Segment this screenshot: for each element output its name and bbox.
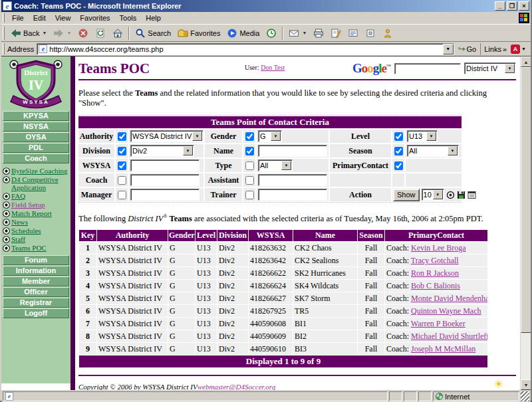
toolbar-discuss-button[interactable] bbox=[344, 25, 362, 41]
division-checkbox[interactable] bbox=[118, 147, 126, 155]
sidebar-item-coach[interactable]: Coach bbox=[3, 153, 69, 163]
resize-grip[interactable] bbox=[521, 391, 529, 401]
toolbar-grip[interactable] bbox=[3, 43, 5, 54]
close-button[interactable]: × bbox=[519, 1, 529, 11]
contact-link[interactable]: Monte David Mendenhall bbox=[411, 294, 487, 303]
contact-link[interactable]: Quinton Wayne Mach bbox=[411, 306, 481, 316]
user-link[interactable]: Don Test bbox=[261, 64, 285, 71]
toolbar-print-button[interactable] bbox=[310, 25, 327, 41]
scroll-down-icon[interactable]: ▼ bbox=[521, 379, 531, 390]
links-menu[interactable]: Links » A ▼ bbox=[480, 43, 529, 55]
contact-link[interactable]: Warren P Boeker bbox=[411, 319, 466, 328]
toolbar-media-button[interactable]: Media bbox=[223, 25, 263, 41]
sidebar-item-member[interactable]: Member bbox=[3, 276, 69, 286]
gender-checkbox[interactable] bbox=[245, 132, 254, 141]
google-region-select[interactable]: District IV ▼ bbox=[464, 62, 516, 74]
contact-link[interactable]: Joseph M McMillan bbox=[411, 344, 475, 353]
type-select[interactable]: All▼ bbox=[258, 159, 293, 171]
name-input[interactable] bbox=[258, 145, 327, 157]
toolbar-grip[interactable] bbox=[3, 13, 5, 23]
sidebar-item-forum[interactable]: Forum bbox=[3, 255, 69, 265]
sidebar-link-schedules[interactable]: Schedules bbox=[11, 227, 41, 235]
authority-select[interactable]: WSYSA District IV▼ bbox=[130, 130, 203, 142]
page-size-select[interactable]: 10▼ bbox=[422, 189, 444, 201]
webmaster-link[interactable]: webmaster@D4Soccer.org bbox=[198, 383, 276, 390]
trainer-checkbox[interactable] bbox=[245, 191, 254, 199]
primarycontact-checkbox[interactable] bbox=[394, 161, 403, 170]
toolbar-search-button[interactable]: Search bbox=[132, 25, 174, 41]
radio-mode-icon[interactable] bbox=[446, 191, 455, 199]
sidebar-item-kpysa[interactable]: KPYSA bbox=[3, 111, 69, 121]
sidebar-item-information[interactable]: Information bbox=[3, 266, 69, 276]
menu-edit[interactable]: Edit bbox=[29, 13, 51, 23]
toolbar-history-button[interactable] bbox=[263, 25, 280, 41]
contact-link[interactable]: Bob C Balionis bbox=[411, 281, 460, 290]
address-input[interactable] bbox=[49, 45, 442, 54]
coach-checkbox[interactable] bbox=[118, 176, 126, 185]
assistant-input[interactable] bbox=[258, 174, 327, 186]
contact-link[interactable]: Ron R Jackson bbox=[411, 268, 459, 278]
sidebar-item-nsysa[interactable]: NSYSA bbox=[3, 122, 69, 132]
sidebar-link-d4-competitive-application[interactable]: D4 Competitive Application bbox=[11, 175, 70, 191]
manager-checkbox[interactable] bbox=[118, 191, 126, 199]
wsysa-checkbox[interactable] bbox=[118, 161, 126, 170]
sidebar-item-pdl[interactable]: PDL bbox=[3, 143, 69, 153]
scroll-up-icon[interactable]: ▲ bbox=[521, 56, 531, 67]
season-checkbox[interactable] bbox=[394, 147, 403, 155]
sidebar-link-teams-poc[interactable]: Teams POC bbox=[11, 244, 47, 252]
menu-favorites[interactable]: Favorites bbox=[75, 13, 114, 23]
toolbar-mail-button[interactable]: ▼ bbox=[285, 25, 310, 41]
address-dropdown-icon[interactable]: ▼ bbox=[443, 44, 454, 54]
name-checkbox[interactable] bbox=[245, 147, 254, 155]
vertical-scrollbar[interactable]: ▲ ▼ bbox=[520, 56, 531, 390]
authority-checkbox[interactable] bbox=[118, 132, 126, 141]
menu-view[interactable]: View bbox=[51, 13, 76, 23]
sidebar-link-news[interactable]: News bbox=[11, 218, 28, 226]
scrollbar-thumb[interactable] bbox=[521, 67, 531, 333]
division-select[interactable]: Div2▼ bbox=[130, 145, 194, 157]
menu-file[interactable]: File bbox=[7, 13, 29, 23]
list-view-icon[interactable] bbox=[467, 191, 476, 199]
toolbar-stop-button[interactable] bbox=[74, 25, 92, 41]
toolbar-back-button[interactable]: Back▼ bbox=[7, 25, 50, 41]
toolbar-edit-button[interactable] bbox=[327, 25, 344, 41]
toolbar-forward-button[interactable]: ▼ bbox=[50, 25, 74, 41]
maximize-button[interactable]: ❐ bbox=[507, 1, 517, 11]
go-button[interactable]: ↪ Go bbox=[454, 44, 481, 54]
season-select[interactable]: All▼ bbox=[407, 145, 459, 157]
show-button[interactable]: Show bbox=[393, 189, 420, 201]
sidebar-link-bytesize-coaching[interactable]: ByteSize Coaching bbox=[11, 167, 68, 175]
sidebar-link-staff[interactable]: Staff bbox=[11, 235, 25, 243]
toolbar-messenger-button[interactable] bbox=[379, 25, 396, 41]
toolbar-refresh-button[interactable] bbox=[92, 25, 109, 41]
assistant-checkbox[interactable] bbox=[245, 176, 254, 185]
sidebar-link-field-setup[interactable]: Field Setup bbox=[11, 201, 45, 209]
save-icon[interactable] bbox=[457, 191, 466, 199]
minimize-button[interactable]: _ bbox=[495, 1, 505, 11]
coach-input[interactable] bbox=[130, 174, 200, 186]
toolbar-home-button[interactable] bbox=[109, 25, 126, 41]
menu-tools[interactable]: Tools bbox=[115, 13, 142, 23]
sidebar-item-officer[interactable]: Officer bbox=[3, 287, 69, 297]
level-select[interactable]: U13▼ bbox=[407, 130, 438, 142]
menu-help[interactable]: Help bbox=[141, 13, 166, 23]
google-search-input[interactable] bbox=[394, 63, 461, 74]
sidebar-link-match-report[interactable]: Match Report bbox=[11, 209, 52, 217]
sidebar-item-logoff[interactable]: Logoff bbox=[3, 308, 69, 318]
sidebar-link-faq[interactable]: FAQ bbox=[11, 192, 25, 200]
manager-input[interactable] bbox=[130, 189, 200, 201]
toolbar-grip[interactable] bbox=[3, 27, 5, 40]
sidebar-item-registrar[interactable]: Registrar bbox=[3, 298, 69, 308]
trainer-input[interactable] bbox=[258, 189, 327, 201]
type-checkbox[interactable] bbox=[245, 161, 254, 170]
adobe-icon[interactable]: A bbox=[511, 45, 520, 54]
level-checkbox[interactable] bbox=[394, 132, 403, 141]
toolbar-favorites-button[interactable]: Favorites bbox=[174, 25, 223, 41]
contact-link[interactable]: Tracy Gotchall bbox=[411, 256, 459, 265]
gender-select[interactable]: G▼ bbox=[258, 130, 282, 142]
contact-link[interactable]: Kevin Lee Broga bbox=[411, 243, 466, 252]
sidebar-item-oysa[interactable]: OYSA bbox=[3, 132, 69, 142]
wsysa-input[interactable] bbox=[130, 159, 200, 171]
toolbar-folders-button[interactable] bbox=[362, 25, 379, 41]
contact-link[interactable]: Michael David Shurtleff bbox=[411, 332, 487, 341]
